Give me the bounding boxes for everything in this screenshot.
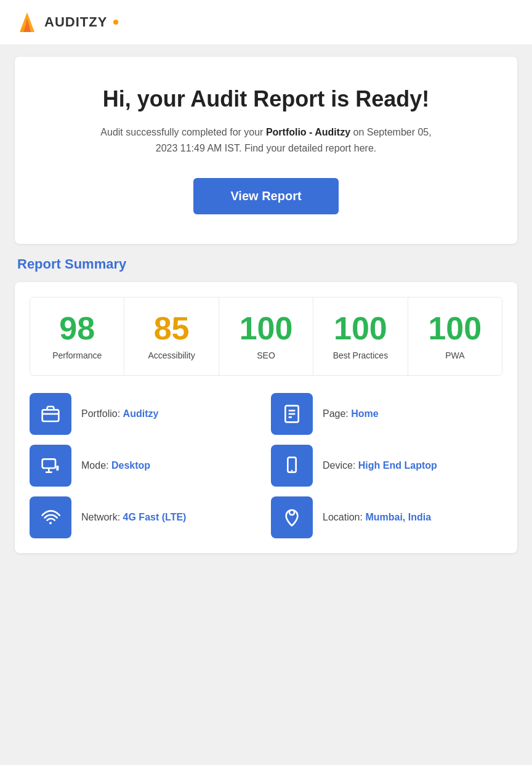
location-icon-box <box>271 496 313 538</box>
info-value-mode: Desktop <box>111 460 150 471</box>
score-item-best-practices: 100 Best Practices <box>313 298 408 375</box>
svg-rect-12 <box>56 466 58 471</box>
info-text-location: Location: Mumbai, India <box>323 512 431 523</box>
info-text-network: Network: 4G Fast (LTE) <box>81 512 186 523</box>
score-item-seo: 100 SEO <box>219 298 313 375</box>
svg-rect-3 <box>42 410 59 422</box>
page-icon-box <box>271 393 313 435</box>
info-value-portfolio: Auditzy <box>123 408 159 419</box>
info-grid: Portfolio: Auditzy Page: Home Mode: Desk… <box>30 393 502 538</box>
network-icon-box <box>30 496 71 538</box>
main-subtitle: Audit successfully completed for your Po… <box>94 124 438 156</box>
summary-card: 98 Performance 85 Accessibility 100 SEO … <box>15 282 517 553</box>
info-text-mode: Mode: Desktop <box>81 460 150 471</box>
info-value-network: 4G Fast (LTE) <box>123 512 187 522</box>
info-item-network: Network: 4G Fast (LTE) <box>30 496 261 538</box>
auditzy-logo-icon <box>15 10 39 34</box>
view-report-button[interactable]: View Report <box>193 178 338 214</box>
info-item-portfolio: Portfolio: Auditzy <box>30 393 261 435</box>
score-number: 98 <box>38 312 116 344</box>
info-text-device: Device: High End Laptop <box>323 460 437 471</box>
info-value-device: High End Laptop <box>358 460 437 471</box>
info-value-location: Mumbai, India <box>365 512 431 522</box>
score-number: 100 <box>321 312 400 344</box>
svg-rect-9 <box>42 459 55 469</box>
info-item-mode: Mode: Desktop <box>30 445 261 487</box>
portfolio-icon-box <box>30 393 71 435</box>
score-label: SEO <box>227 350 305 360</box>
logo-text: AUDITZY <box>44 14 107 30</box>
summary-title: Report Summary <box>15 256 517 272</box>
score-label: Best Practices <box>321 350 400 360</box>
main-card: Hi, your Audit Report is Ready! Audit su… <box>15 57 517 244</box>
score-item-performance: 98 Performance <box>30 298 124 375</box>
score-item-pwa: 100 PWA <box>408 298 502 375</box>
info-item-page: Page: Home <box>271 393 502 435</box>
device-icon-box <box>271 445 313 487</box>
logo-registered <box>113 20 118 25</box>
svg-point-14 <box>291 470 293 472</box>
score-label: Accessibility <box>132 350 211 360</box>
info-item-device: Device: High End Laptop <box>271 445 502 487</box>
score-number: 100 <box>416 312 494 344</box>
score-number: 85 <box>132 312 211 344</box>
svg-point-15 <box>49 522 52 525</box>
score-label: Performance <box>38 350 116 360</box>
main-title: Hi, your Audit Report is Ready! <box>34 86 498 112</box>
subtitle-bold: Portfolio - Auditzy <box>266 127 350 137</box>
logo: AUDITZY <box>15 10 118 34</box>
mode-icon-box <box>30 445 71 487</box>
info-text-portfolio: Portfolio: Auditzy <box>81 408 158 419</box>
summary-section: Report Summary 98 Performance 85 Accessi… <box>15 256 517 553</box>
subtitle-prefix: Audit successfully completed for your <box>100 127 266 137</box>
score-grid: 98 Performance 85 Accessibility 100 SEO … <box>30 297 502 376</box>
score-item-accessibility: 85 Accessibility <box>124 298 219 375</box>
info-value-page: Home <box>351 408 378 419</box>
header: AUDITZY <box>0 0 532 44</box>
score-label: PWA <box>416 350 494 360</box>
info-text-page: Page: Home <box>323 408 379 419</box>
info-item-location: Location: Mumbai, India <box>271 496 502 538</box>
score-number: 100 <box>227 312 305 344</box>
